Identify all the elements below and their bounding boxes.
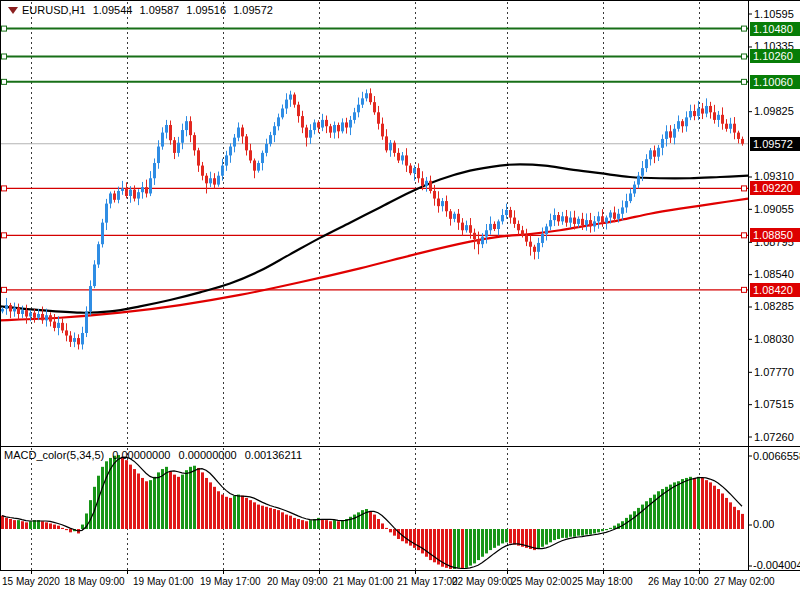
candle-body [641, 168, 644, 176]
macd-histogram-bar [313, 519, 316, 529]
candle-body [585, 220, 588, 225]
candle-body [1, 309, 4, 312]
time-axis-label: 27 May 02:00 [714, 576, 775, 588]
macd-histogram-bar [737, 510, 740, 529]
line-handle[interactable] [742, 186, 747, 191]
candle-body [205, 176, 208, 184]
price-axis-label: 1.08285 [754, 300, 794, 313]
candle-body [357, 105, 360, 113]
line-handle[interactable] [742, 26, 747, 31]
candle-body [657, 148, 660, 157]
macd-histogram-bar [729, 502, 732, 529]
macd-histogram-bar [117, 455, 120, 529]
macd-histogram-bar [141, 478, 144, 529]
price-badge-support: 1.08850 [750, 228, 800, 242]
candle-body [649, 150, 652, 159]
macd-histogram-bar [197, 468, 200, 529]
candle-body [725, 124, 728, 129]
macd-histogram-bar [733, 507, 736, 529]
macd-histogram-bar [101, 467, 104, 529]
macd-indicator-name: MACD_color(5,34,5) [4, 449, 104, 461]
line-handle[interactable] [742, 233, 747, 238]
time-axis-label: 19 May 01:00 [133, 576, 194, 588]
line-handle[interactable] [2, 186, 7, 191]
line-handle[interactable] [2, 54, 7, 59]
macd-histogram-bar [237, 495, 240, 529]
price-axis-label: 1.07770 [754, 366, 794, 379]
candle-body [21, 310, 24, 314]
candle-body [45, 315, 48, 320]
candle-body [117, 191, 120, 200]
time-axis-label: 22 May 09:00 [452, 576, 513, 588]
macd-histogram-bar [697, 477, 700, 529]
line-handle[interactable] [2, 233, 7, 238]
time-axis-label: 20 May 09:00 [267, 576, 328, 588]
candle-body [469, 225, 472, 233]
candle-body [29, 313, 32, 317]
macd-histogram-bar [201, 472, 204, 529]
line-handle[interactable] [2, 287, 7, 292]
candle-body [705, 106, 708, 114]
candle-body [477, 239, 480, 244]
macd-histogram-bar [725, 498, 728, 529]
candle-body [741, 139, 744, 144]
candle-body [333, 125, 336, 133]
macd-histogram-bar [113, 456, 116, 529]
time-axis-label: 15 May 2020 [2, 576, 60, 588]
price-badge-support: 1.09220 [750, 181, 800, 195]
macd-histogram-bar [57, 526, 60, 529]
macd-histogram-bar [513, 529, 516, 545]
candle-body [53, 322, 56, 328]
candle-body [621, 207, 624, 213]
candle-body [421, 178, 424, 186]
candle-body [265, 144, 268, 153]
candle-body [269, 135, 272, 144]
chart-canvas[interactable] [0, 0, 800, 600]
macd-histogram-bar [549, 529, 552, 542]
macd-axis-max-label: 0.0066558 [753, 450, 800, 463]
candle-body [537, 243, 540, 252]
candle-body [441, 201, 444, 206]
candle-body [405, 155, 408, 165]
candle-body [129, 190, 132, 196]
candle-body [141, 187, 144, 192]
symbol-dropdown-icon[interactable] [8, 7, 18, 14]
macd-histogram-bar [229, 498, 232, 529]
macd-histogram-bar [121, 457, 124, 529]
candle-body [569, 218, 572, 223]
macd-histogram-bar [53, 525, 56, 529]
macd-histogram-bar [233, 496, 236, 529]
candle-body [49, 315, 52, 321]
candle-body [533, 247, 536, 252]
macd-value-3: 0.00136211 [245, 449, 302, 461]
line-handle[interactable] [2, 26, 7, 31]
line-handle[interactable] [2, 79, 7, 84]
candle-body [345, 122, 348, 127]
macd-histogram-bar [509, 529, 512, 543]
line-handle[interactable] [742, 54, 747, 59]
candle-body [369, 93, 372, 102]
macd-histogram-bar [61, 528, 64, 529]
candle-body [661, 139, 664, 148]
macd-histogram-bar [29, 521, 32, 529]
macd-histogram-bar [453, 529, 456, 569]
candle-body [313, 122, 316, 130]
candle-body [253, 160, 256, 170]
macd-histogram-bar [409, 529, 412, 546]
macd-histogram-bar [641, 505, 644, 529]
line-handle[interactable] [742, 287, 747, 292]
line-handle[interactable] [742, 79, 747, 84]
candle-body [481, 237, 484, 245]
candle-body [409, 166, 412, 174]
macd-histogram-bar [185, 470, 188, 529]
candle-body [697, 108, 700, 116]
macd-histogram-bar [253, 502, 256, 529]
price-axis-label: 1.07260 [754, 431, 794, 444]
candle-body [373, 102, 376, 112]
macd-histogram-bar [545, 529, 548, 545]
close-value: 1.09572 [233, 4, 273, 16]
candle-body [41, 314, 44, 320]
candle-body [33, 313, 36, 318]
macd-histogram-bar [17, 520, 20, 529]
macd-histogram-bar [469, 529, 472, 566]
